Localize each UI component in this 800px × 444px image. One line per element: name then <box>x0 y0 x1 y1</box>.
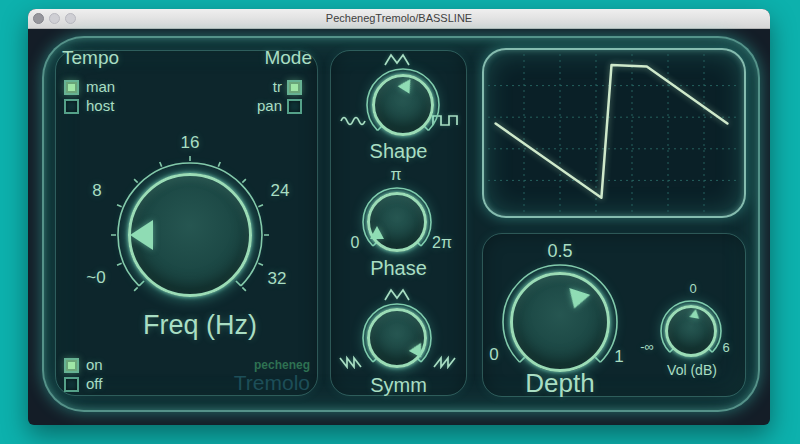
freq-knob-pointer <box>130 220 153 250</box>
power-off-checkbox[interactable] <box>64 377 79 392</box>
freq-tick-32: 32 <box>259 269 295 289</box>
freq-knob-title: Freq (Hz) <box>110 310 290 341</box>
brand-logo: pecheneg Tremolo <box>210 359 310 394</box>
symm-knob-title: Symm <box>330 374 467 397</box>
phase-tick-2pi: 2π <box>424 234 460 252</box>
window-title: PechenegTremolo/BASSLINE <box>28 9 770 28</box>
tempo-host-label: host <box>86 98 114 114</box>
phase-knob-title: Phase <box>330 257 467 280</box>
depth-knob[interactable] <box>510 272 610 372</box>
vol-knob-pointer <box>689 308 700 319</box>
mode-tr-row: tr <box>233 79 302 95</box>
phase-tick-0: 0 <box>337 234 373 252</box>
minimize-button[interactable] <box>49 13 60 24</box>
freq-tick-8: 8 <box>79 181 115 201</box>
shape-knob-title: Shape <box>330 140 467 163</box>
mode-pan-checkbox[interactable] <box>287 99 302 114</box>
tempo-man-label: man <box>86 79 115 95</box>
freq-tick-16: 16 <box>172 133 208 153</box>
vol-tick-6: 6 <box>708 340 744 355</box>
mode-label: Mode <box>258 47 312 69</box>
vol-knob-title: Vol (dB) <box>652 362 732 378</box>
power-off-row: off <box>64 376 102 392</box>
tempo-host-row: host <box>64 98 114 114</box>
depth-knob-title: Depth <box>490 368 630 399</box>
tempo-label: Tempo <box>62 47 119 69</box>
power-off-label: off <box>86 376 102 392</box>
phase-knob[interactable] <box>367 192 427 252</box>
tempo-host-checkbox[interactable] <box>64 99 79 114</box>
close-button[interactable] <box>33 13 44 24</box>
plugin-window: PechenegTremolo/BASSLINE Tempo man host … <box>28 9 770 425</box>
depth-tick-0: 0 <box>476 345 512 365</box>
power-on-row: on <box>64 357 103 373</box>
freq-tick-min: ~0 <box>78 268 114 288</box>
zoom-button[interactable] <box>65 13 76 24</box>
vol-tick-min: -∞ <box>629 339 665 354</box>
power-on-checkbox[interactable] <box>64 358 79 373</box>
power-on-label: on <box>86 357 103 373</box>
mode-pan-label: pan <box>257 98 282 114</box>
mode-tr-checkbox[interactable] <box>287 80 302 95</box>
mode-pan-row: pan <box>233 98 302 114</box>
tempo-man-row: man <box>64 79 115 95</box>
freq-tick-24: 24 <box>262 181 298 201</box>
brand-logo-line2: Tremolo <box>210 372 310 394</box>
waveform-plot <box>488 54 740 212</box>
tempo-man-checkbox[interactable] <box>64 80 79 95</box>
mode-tr-label: tr <box>273 79 282 95</box>
symm-knob[interactable] <box>367 308 427 368</box>
title-bar[interactable]: PechenegTremolo/BASSLINE <box>28 9 770 29</box>
